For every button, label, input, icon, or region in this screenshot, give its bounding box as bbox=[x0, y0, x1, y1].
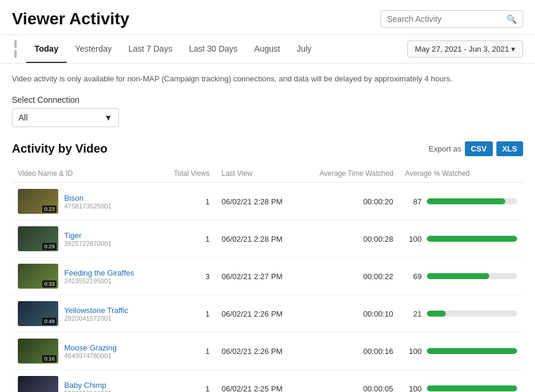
table-header-row: Video Name & ID Total Views Last View Av… bbox=[12, 165, 523, 183]
date-range-button[interactable]: May 27, 2021 - Jun 3, 2021 ▾ bbox=[407, 40, 523, 58]
progress-fill-4 bbox=[427, 348, 517, 354]
progress-bar-2: 69 bbox=[405, 272, 517, 281]
activity-title: Activity by Video bbox=[12, 142, 108, 156]
progress-fill-2 bbox=[427, 273, 489, 279]
table-row: 0:05 Baby Chimp 5263118111001 1 06/02/21… bbox=[12, 370, 523, 393]
video-cell-inner-3: 0:48 Yellowstone Traffic 2820041572001 bbox=[18, 301, 155, 326]
tab-yesterday[interactable]: Yesterday bbox=[67, 36, 120, 63]
progress-value-5: 100 bbox=[405, 384, 422, 393]
handle-bar-2 bbox=[14, 50, 17, 58]
video-thumbnail-5: 0:05 bbox=[18, 376, 58, 392]
video-id-5: 5263118111001 bbox=[64, 390, 112, 393]
video-info-2: Feeding the Giraffes 2423552195001 bbox=[64, 268, 134, 284]
progress-track-1 bbox=[427, 236, 517, 242]
last-view-2: 06/02/21 2:27 PM bbox=[216, 258, 300, 295]
table-row: 0:23 Bison 4758173525001 1 06/02/21 2:28… bbox=[12, 183, 523, 220]
export-area: Export as CSV XLS bbox=[429, 141, 523, 156]
video-name-3[interactable]: Yellowstone Traffic bbox=[64, 306, 128, 315]
video-id-4: 4649974780001 bbox=[64, 352, 117, 359]
total-views-1: 1 bbox=[160, 220, 216, 258]
table-row: 0:33 Feeding the Giraffes 2423552195001 … bbox=[12, 258, 523, 295]
col-avg-pct: Average % Watched bbox=[399, 165, 523, 183]
progress-bar-5: 100 bbox=[405, 384, 517, 393]
video-info-3: Yellowstone Traffic 2820041572001 bbox=[64, 306, 128, 322]
progress-track-5 bbox=[427, 385, 517, 391]
video-cell-5: 0:05 Baby Chimp 5263118111001 bbox=[12, 370, 160, 393]
tab-july[interactable]: July bbox=[288, 36, 320, 63]
video-id-2: 2423552195001 bbox=[64, 277, 134, 284]
progress-value-3: 21 bbox=[405, 309, 422, 318]
video-cell-0: 0:23 Bison 4758173525001 bbox=[12, 183, 160, 220]
export-xls-button[interactable]: XLS bbox=[496, 141, 523, 156]
video-duration-1: 0:29 bbox=[42, 243, 56, 250]
total-views-2: 3 bbox=[160, 258, 216, 295]
table-row: 0:29 Tiger 3925722870001 1 06/02/21 2:28… bbox=[12, 220, 523, 258]
video-cell-2: 0:33 Feeding the Giraffes 2423552195001 bbox=[12, 258, 160, 295]
col-last-view: Last View bbox=[216, 165, 300, 183]
connection-value: All bbox=[18, 113, 28, 122]
table-row: 0:48 Yellowstone Traffic 2820041572001 1… bbox=[12, 295, 523, 333]
video-thumbnail-2: 0:33 bbox=[18, 264, 58, 289]
progress-fill-1 bbox=[427, 236, 517, 242]
video-cell-4: 0:16 Moose Grazing 4649974780001 bbox=[12, 333, 160, 370]
last-view-3: 06/02/21 2:26 PM bbox=[216, 295, 300, 333]
video-cell-1: 0:29 Tiger 3925722870001 bbox=[12, 220, 160, 258]
tab-today[interactable]: Today bbox=[26, 36, 67, 63]
video-id-1: 3925722870001 bbox=[64, 240, 112, 247]
video-thumbnail-4: 0:16 bbox=[18, 339, 58, 363]
progress-fill-0 bbox=[427, 198, 506, 204]
last-view-4: 06/02/21 2:26 PM bbox=[216, 333, 300, 370]
video-cell-inner-5: 0:05 Baby Chimp 5263118111001 bbox=[18, 376, 155, 392]
avg-pct-cell-1: 100 bbox=[399, 220, 523, 258]
progress-value-0: 87 bbox=[405, 197, 422, 206]
video-duration-4: 0:16 bbox=[42, 355, 56, 362]
video-cell-inner-2: 0:33 Feeding the Giraffes 2423552195001 bbox=[18, 264, 155, 289]
avg-pct-cell-0: 87 bbox=[399, 183, 523, 220]
video-table: Video Name & ID Total Views Last View Av… bbox=[12, 165, 523, 392]
tab-august[interactable]: August bbox=[246, 36, 289, 63]
video-cell-inner-1: 0:29 Tiger 3925722870001 bbox=[18, 226, 155, 251]
video-name-4[interactable]: Moose Grazing bbox=[64, 343, 117, 352]
video-cell-3: 0:48 Yellowstone Traffic 2820041572001 bbox=[12, 295, 160, 333]
col-video-name: Video Name & ID bbox=[12, 165, 160, 183]
progress-track-2 bbox=[427, 273, 517, 279]
tab-last7days[interactable]: Last 7 Days bbox=[120, 36, 181, 63]
video-id-3: 2820041572001 bbox=[64, 315, 128, 322]
avg-time-2: 00:00:22 bbox=[300, 258, 399, 295]
export-label: Export as bbox=[429, 144, 461, 153]
export-csv-button[interactable]: CSV bbox=[465, 141, 493, 156]
video-name-5[interactable]: Baby Chimp bbox=[64, 381, 112, 390]
tab-last30days[interactable]: Last 30 Days bbox=[181, 36, 246, 63]
search-input[interactable] bbox=[387, 14, 506, 24]
avg-pct-cell-5: 100 bbox=[399, 370, 523, 393]
connection-select[interactable]: All ▼ bbox=[12, 108, 119, 127]
total-views-4: 1 bbox=[160, 333, 216, 370]
avg-time-4: 00:00:16 bbox=[300, 333, 399, 370]
progress-value-1: 100 bbox=[405, 235, 422, 244]
video-name-2[interactable]: Feeding the Giraffes bbox=[64, 268, 134, 277]
video-name-1[interactable]: Tiger bbox=[64, 231, 112, 240]
video-info-0: Bison 4758173525001 bbox=[64, 194, 112, 210]
video-info-1: Tiger 3925722870001 bbox=[64, 231, 112, 247]
video-duration-3: 0:48 bbox=[42, 318, 56, 325]
video-cell-inner-4: 0:16 Moose Grazing 4649974780001 bbox=[18, 339, 155, 363]
table-row: 0:16 Moose Grazing 4649974780001 1 06/02… bbox=[12, 333, 523, 370]
tab-toggle-handle[interactable] bbox=[12, 35, 19, 63]
video-name-0[interactable]: Bison bbox=[64, 194, 112, 203]
progress-bar-3: 21 bbox=[405, 309, 517, 318]
search-box[interactable]: 🔍 bbox=[380, 10, 523, 28]
progress-track-0 bbox=[427, 198, 517, 204]
progress-bar-4: 100 bbox=[405, 347, 517, 356]
handle-bar-1 bbox=[14, 40, 17, 48]
progress-track-3 bbox=[427, 311, 517, 317]
avg-time-3: 00:00:10 bbox=[300, 295, 399, 333]
avg-pct-cell-2: 69 bbox=[399, 258, 523, 295]
info-bar: Video activity is only available for non… bbox=[0, 64, 535, 87]
col-total-views: Total Views bbox=[160, 165, 216, 183]
connection-label: Select Connection bbox=[12, 95, 523, 105]
video-duration-0: 0:23 bbox=[42, 206, 56, 213]
avg-time-5: 00:00:05 bbox=[300, 370, 399, 393]
total-views-3: 1 bbox=[160, 295, 216, 333]
progress-value-2: 69 bbox=[405, 272, 422, 281]
activity-header: Activity by Video Export as CSV XLS bbox=[12, 141, 523, 156]
